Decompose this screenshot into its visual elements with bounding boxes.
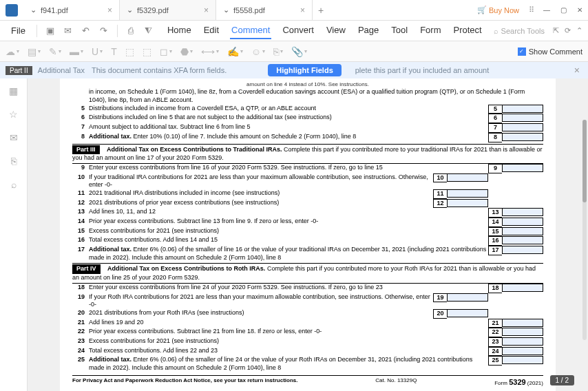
file-menu[interactable]: File — [6, 25, 31, 36]
pencil-tool[interactable]: ✎▾ — [49, 46, 61, 57]
textbox-tool[interactable]: ⬚ — [125, 46, 134, 57]
form-field-20[interactable] — [447, 309, 488, 317]
form-field-21[interactable] — [502, 319, 543, 327]
buy-now-button[interactable]: 🛒 Buy Now — [477, 6, 519, 14]
nav-view[interactable]: View — [325, 22, 347, 39]
form-field-17[interactable] — [502, 246, 543, 254]
document-tabs: ⌄ f941.pdf × ⌄ f5329.pdf × ⌄ f5558.pdf ×… — [23, 0, 477, 20]
form-field-6[interactable] — [502, 114, 543, 122]
app-menu-icon[interactable]: ⠿ — [525, 6, 538, 14]
tab-f5329[interactable]: ⌄ f5329.pdf × — [120, 0, 216, 20]
form-field-24[interactable] — [502, 347, 543, 355]
close-button[interactable]: ✕ — [571, 0, 588, 20]
form-field-12[interactable] — [447, 199, 488, 207]
checkbox-icon: ✓ — [518, 47, 526, 56]
form-line-14: 14Prior year excess contributions. Subtr… — [72, 218, 543, 227]
separator — [117, 25, 118, 37]
comments-icon[interactable]: ✉ — [10, 132, 18, 143]
line-number: 7 — [72, 123, 89, 131]
note-tool[interactable]: ▤▾ — [28, 46, 41, 57]
stamp-tool[interactable]: ⬣▾ — [180, 46, 193, 57]
line-number: 21 — [72, 319, 89, 327]
line-number: 25 — [72, 356, 89, 364]
document-viewport[interactable]: amount on line 4 instead of 10%. See ins… — [28, 78, 588, 391]
external-link-icon[interactable]: ⇱ — [553, 26, 559, 35]
nav-form[interactable]: Form — [419, 22, 442, 39]
form-field-15[interactable] — [502, 227, 543, 235]
text-tool[interactable]: T — [111, 46, 117, 57]
tab-f941[interactable]: ⌄ f941.pdf × — [23, 0, 120, 20]
save-icon[interactable]: ▣ — [43, 23, 58, 39]
close-icon[interactable]: × — [300, 6, 305, 15]
highlight-fields-button[interactable]: Highlight Fields — [268, 64, 342, 76]
notice-title-fragment: Additional Tax — [38, 66, 85, 74]
form-field-10[interactable] — [447, 173, 488, 182]
line-number: 16 — [72, 236, 89, 244]
nav-home[interactable]: Home — [166, 22, 193, 39]
form-field-14[interactable] — [502, 218, 543, 226]
underline-tool[interactable]: U▾ — [92, 46, 103, 57]
cloud-icon[interactable]: ⟳ — [565, 26, 571, 35]
maximize-button[interactable]: ▢ — [555, 0, 571, 20]
tab-chevron-icon: ⌄ — [127, 6, 133, 14]
print-icon[interactable]: ⎙ — [123, 23, 138, 39]
vertical-scrollbar-thumb[interactable] — [582, 120, 587, 202]
form-field-25[interactable] — [502, 356, 543, 364]
buy-now-label: Buy Now — [489, 6, 519, 14]
attachments-icon[interactable]: ⎘ — [11, 156, 17, 167]
comment-tool[interactable]: ☁▾ — [6, 46, 19, 57]
tab-f5558[interactable]: ⌄ f5558.pdf × — [216, 0, 313, 20]
shape-tool[interactable]: ◻▾ — [160, 46, 172, 57]
app-logo[interactable] — [6, 4, 18, 17]
undo-icon[interactable]: ↶ — [78, 23, 94, 39]
mail-icon[interactable]: ✉ — [61, 23, 76, 39]
search-tools[interactable]: ⌕ Search Tools — [494, 27, 545, 35]
form-line-10: 10If your traditional IRA contributions … — [72, 173, 543, 189]
separator — [36, 25, 37, 37]
attach-tool[interactable]: 📎▾ — [291, 46, 307, 57]
bookmarks-icon[interactable]: ☆ — [9, 109, 18, 120]
thumbnails-icon[interactable]: ▦ — [9, 85, 18, 96]
minimize-button[interactable]: — — [538, 0, 555, 20]
nav-convert[interactable]: Convert — [281, 22, 315, 39]
form-line-7: 7Amount subject to additional tax. Subtr… — [72, 123, 543, 133]
close-notice-icon[interactable]: × — [571, 65, 582, 76]
part3-label: Part III — [72, 145, 100, 155]
left-sidebar: ▦ ☆ ✉ ⎘ ⌕ — [0, 78, 28, 391]
redo-icon[interactable]: ↷ — [96, 23, 112, 39]
close-icon[interactable]: × — [107, 6, 112, 15]
search-panel-icon[interactable]: ⌕ — [11, 179, 17, 190]
callout-tool[interactable]: ⬚ — [143, 46, 151, 57]
form-field-18[interactable] — [502, 284, 543, 292]
filter-icon[interactable]: ⧨ — [141, 23, 156, 39]
link-tool[interactable]: ⎘▾ — [273, 46, 283, 57]
form-field-5[interactable] — [502, 105, 543, 113]
nav-comment[interactable]: Comment — [230, 22, 271, 39]
add-tab-button[interactable]: + — [313, 0, 329, 20]
form-field-19[interactable] — [447, 293, 488, 302]
form-field-7[interactable] — [502, 123, 543, 131]
nav-tool[interactable]: Tool — [390, 22, 409, 39]
show-comment-toggle[interactable]: ✓ Show Comment — [518, 47, 582, 56]
search-placeholder: Search Tools — [501, 27, 545, 35]
close-icon[interactable]: × — [204, 6, 209, 15]
form-field-13[interactable] — [502, 208, 543, 216]
form-line-13: 13Add lines 10, 11, and 1213 — [72, 208, 543, 218]
nav-page[interactable]: Page — [357, 22, 380, 39]
form-field-11[interactable] — [447, 189, 488, 198]
nav-edit[interactable]: Edit — [202, 22, 220, 39]
highlight-tool[interactable]: ▬▾ — [70, 46, 83, 57]
box-number: 22 — [488, 328, 502, 337]
nav-protect[interactable]: Protect — [452, 22, 483, 39]
form-field-16[interactable] — [502, 236, 543, 244]
form-field-22[interactable] — [502, 328, 543, 336]
measure-tool[interactable]: ⟷▾ — [201, 46, 219, 57]
box-number: 15 — [488, 227, 502, 237]
user-tool[interactable]: ☺▾ — [251, 46, 265, 57]
signature-tool[interactable]: ✍▾ — [227, 46, 243, 57]
form-field-9[interactable] — [502, 164, 543, 172]
line-text: Prior year excess contributions. Subtrac… — [89, 218, 488, 226]
form-field-23[interactable] — [502, 337, 543, 346]
form-field-8[interactable] — [502, 133, 543, 141]
expand-icon[interactable]: ⌃ — [576, 26, 582, 35]
